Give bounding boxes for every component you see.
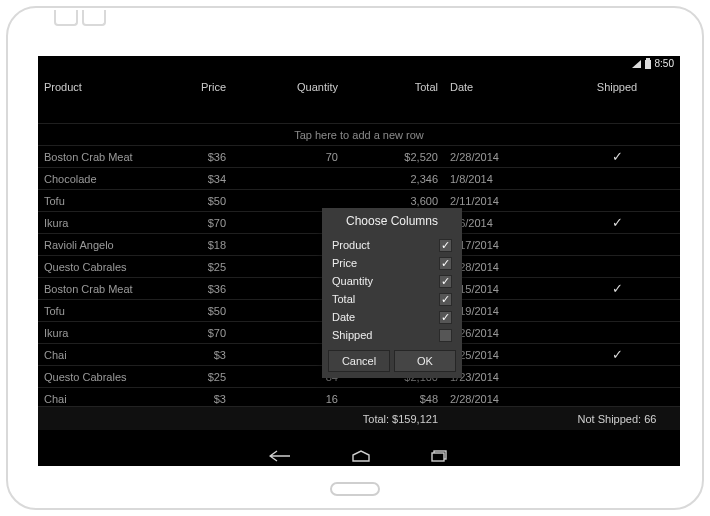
cell-date: 2/28/2014 bbox=[444, 148, 554, 166]
cell-shipped: ✓ bbox=[554, 279, 680, 298]
cell-shipped bbox=[554, 308, 680, 314]
signal-icon bbox=[632, 60, 641, 68]
table-header[interactable]: Product Price Quantity Total Date Shippe… bbox=[38, 72, 680, 124]
check-icon: ✓ bbox=[612, 282, 623, 295]
checkbox[interactable]: ✓ bbox=[439, 257, 452, 270]
cell-product: Ikura bbox=[38, 324, 156, 342]
column-option[interactable]: Date✓ bbox=[322, 308, 462, 326]
cell-product: Tofu bbox=[38, 302, 156, 320]
cell-total: $2,520 bbox=[344, 148, 444, 166]
column-option[interactable]: Price✓ bbox=[322, 254, 462, 272]
table-row[interactable]: Boston Crab Meat$3670$2,5202/28/2014✓ bbox=[38, 146, 680, 168]
cell-date: 2/11/2014 bbox=[444, 192, 554, 210]
cell-product: Tofu bbox=[38, 192, 156, 210]
bezel-tab bbox=[82, 10, 106, 26]
cell-product: Ikura bbox=[38, 214, 156, 232]
cell-price: $3 bbox=[156, 390, 232, 408]
bezel-tab bbox=[54, 10, 78, 26]
cell-quantity: 16 bbox=[232, 390, 344, 408]
cell-shipped: ✓ bbox=[554, 147, 680, 166]
back-icon[interactable] bbox=[269, 450, 291, 462]
checkbox[interactable]: ✓ bbox=[439, 311, 452, 324]
col-date[interactable]: Date bbox=[444, 75, 554, 121]
battery-icon bbox=[645, 60, 651, 69]
cell-product: Chai bbox=[38, 346, 156, 364]
cell-product: Boston Crab Meat bbox=[38, 280, 156, 298]
cell-product: Questo Cabrales bbox=[38, 258, 156, 276]
column-option-label: Date bbox=[332, 311, 355, 323]
check-icon: ✓ bbox=[612, 150, 623, 163]
cell-price: $50 bbox=[156, 192, 232, 210]
cell-price: $18 bbox=[156, 236, 232, 254]
cell-product: Ravioli Angelo bbox=[38, 236, 156, 254]
svg-rect-1 bbox=[432, 453, 444, 461]
android-status-bar: 8:50 bbox=[38, 56, 680, 72]
check-icon: ✓ bbox=[612, 348, 623, 361]
cell-date: 2/28/2014 bbox=[444, 390, 554, 408]
cell-price: $50 bbox=[156, 302, 232, 320]
cell-date: 1/8/2014 bbox=[444, 170, 554, 188]
cell-price: $36 bbox=[156, 148, 232, 166]
tablet-bezel: 8:50 Product Price Quantity Total Date S… bbox=[6, 6, 704, 510]
checkbox[interactable]: ✓ bbox=[439, 275, 452, 288]
device-home-button[interactable] bbox=[330, 482, 380, 496]
cell-price: $70 bbox=[156, 214, 232, 232]
cell-price: $34 bbox=[156, 170, 232, 188]
footer-not-shipped: Not Shipped: 66 bbox=[554, 409, 680, 429]
cell-price: $25 bbox=[156, 258, 232, 276]
column-option-label: Quantity bbox=[332, 275, 373, 287]
cell-quantity bbox=[232, 198, 344, 204]
checkbox[interactable]: ✓ bbox=[439, 239, 452, 252]
col-price[interactable]: Price bbox=[156, 75, 232, 121]
table-footer: Total: $159,121 Not Shipped: 66 bbox=[38, 406, 680, 430]
cell-product: Chocolade bbox=[38, 170, 156, 188]
cell-quantity: 70 bbox=[232, 148, 344, 166]
column-option-label: Product bbox=[332, 239, 370, 251]
choose-columns-dialog: Choose Columns Product✓Price✓Quantity✓To… bbox=[322, 208, 462, 378]
checkbox[interactable] bbox=[439, 329, 452, 342]
dialog-items: Product✓Price✓Quantity✓Total✓Date✓Shippe… bbox=[322, 236, 462, 344]
column-option[interactable]: Product✓ bbox=[322, 236, 462, 254]
cell-price: $25 bbox=[156, 368, 232, 386]
new-row[interactable]: Tap here to add a new row bbox=[38, 124, 680, 146]
column-option[interactable]: Total✓ bbox=[322, 290, 462, 308]
col-quantity[interactable]: Quantity bbox=[232, 75, 344, 121]
column-option-label: Shipped bbox=[332, 329, 372, 341]
column-option[interactable]: Quantity✓ bbox=[322, 272, 462, 290]
home-icon[interactable] bbox=[351, 450, 371, 462]
cell-shipped bbox=[554, 176, 680, 182]
cell-total: 2,346 bbox=[344, 170, 444, 188]
cell-shipped bbox=[554, 374, 680, 380]
ok-button[interactable]: OK bbox=[394, 350, 456, 372]
cell-total: $48 bbox=[344, 390, 444, 408]
new-row-hint[interactable]: Tap here to add a new row bbox=[38, 129, 680, 141]
table-row[interactable]: Chocolade$342,3461/8/2014 bbox=[38, 168, 680, 190]
cell-product: Questo Cabrales bbox=[38, 368, 156, 386]
cell-product: Boston Crab Meat bbox=[38, 148, 156, 166]
checkbox[interactable]: ✓ bbox=[439, 293, 452, 306]
cell-shipped bbox=[554, 330, 680, 336]
cell-shipped bbox=[554, 198, 680, 204]
check-icon: ✓ bbox=[612, 216, 623, 229]
cell-product: Chai bbox=[38, 390, 156, 408]
col-shipped[interactable]: Shipped bbox=[554, 75, 680, 121]
cancel-button[interactable]: Cancel bbox=[328, 350, 390, 372]
cell-shipped bbox=[554, 396, 680, 402]
dialog-title: Choose Columns bbox=[322, 208, 462, 236]
col-total[interactable]: Total bbox=[344, 75, 444, 121]
recents-icon[interactable] bbox=[431, 450, 449, 462]
col-product[interactable]: Product bbox=[38, 75, 156, 121]
cell-total: 3,600 bbox=[344, 192, 444, 210]
column-option-label: Price bbox=[332, 257, 357, 269]
column-option-label: Total bbox=[332, 293, 355, 305]
cell-quantity bbox=[232, 176, 344, 182]
cell-shipped bbox=[554, 242, 680, 248]
cell-price: $3 bbox=[156, 346, 232, 364]
clock: 8:50 bbox=[655, 56, 674, 72]
android-nav-bar bbox=[38, 446, 680, 466]
footer-total: Total: $159,121 bbox=[344, 409, 444, 429]
cell-price: $70 bbox=[156, 324, 232, 342]
device-screen: 8:50 Product Price Quantity Total Date S… bbox=[38, 56, 680, 466]
cell-price: $36 bbox=[156, 280, 232, 298]
column-option[interactable]: Shipped bbox=[322, 326, 462, 344]
